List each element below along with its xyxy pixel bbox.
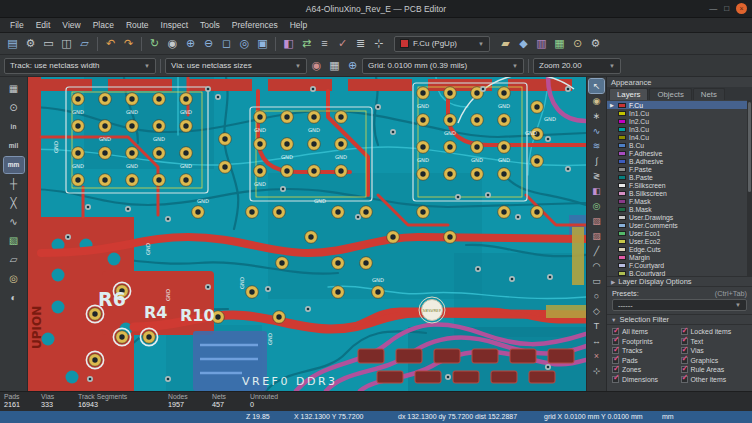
draw-rect-icon[interactable]: ▭ [589,274,604,288]
refresh-icon[interactable]: ↻ [146,35,163,52]
layer-row-margin[interactable]: Margin [607,253,752,261]
find-icon[interactable]: ◉ [164,35,181,52]
checkbox[interactable]: ✓ [681,357,688,364]
checkbox[interactable]: ✓ [681,366,688,373]
checkbox[interactable]: ✓ [681,338,688,345]
checkbox[interactable]: ✓ [612,357,619,364]
layer-color-swatch[interactable] [618,191,626,196]
filter-vias[interactable]: ✓Vias [681,347,748,355]
track-via-properties-icon[interactable]: ◉ [308,57,325,74]
layer-row-in2-cu[interactable]: In2.Cu [607,117,752,125]
presets-dropdown[interactable]: ------ ▼ [612,299,747,311]
layer-row-edge-cuts[interactable]: Edge.Cuts [607,245,752,253]
add-rule-area-icon[interactable]: ▨ [589,229,604,243]
grid-dropdown[interactable]: Grid: 0.0100 mm (0.39 mils) ▼ [362,58,524,74]
layer-color-swatch[interactable] [618,103,626,108]
selection-filter-header[interactable]: ▼ Selection Filter [607,314,752,325]
layer-row-f-paste[interactable]: F.Paste [607,165,752,173]
layer-color-swatch[interactable] [618,199,626,204]
layer-row-f-silkscreen[interactable]: F.Silkscreen [607,181,752,189]
add-footprint-icon[interactable]: ◧ [589,184,604,198]
zoom-dropdown[interactable]: Zoom 20.00 ▼ [533,58,621,74]
draw-circle-icon[interactable]: ○ [589,289,604,303]
units-mils-icon[interactable]: mil [4,138,24,154]
layer-color-swatch[interactable] [618,111,626,116]
route-diff-pair-icon[interactable]: ≋ [589,139,604,153]
ratsnest-icon[interactable]: ╳ [4,195,24,211]
checkbox[interactable]: ✓ [612,338,619,345]
3d-viewer-icon[interactable]: ◆ [515,35,532,52]
script-console-icon[interactable]: ≣ [352,35,369,52]
preferences-icon[interactable]: ⚙ [587,35,604,52]
layer-color-swatch[interactable] [618,255,626,260]
plot-icon[interactable]: ▱ [76,35,93,52]
layer-row-in4-cu[interactable]: In4.Cu [607,133,752,141]
layer-row-b-adhesive[interactable]: B.Adhesive [607,157,752,165]
draw-line-icon[interactable]: ╱ [589,244,604,258]
layer-row-in3-cu[interactable]: In3.Cu [607,125,752,133]
layer-row-f-adhesive[interactable]: F.Adhesive [607,149,752,157]
layer-color-swatch[interactable] [618,127,626,132]
pcb-canvas[interactable]: 58SVREF GNDGNDGNDGNDGNDGNDGNDGNDGNDGNDGN… [28,77,586,391]
layer-row-b-paste[interactable]: B.Paste [607,173,752,181]
layer-color-swatch[interactable] [618,207,626,212]
layer-color-swatch[interactable] [618,247,626,252]
layer-row-user-eco1[interactable]: User.Eco1 [607,229,752,237]
menu-edit[interactable]: Edit [30,19,57,31]
layer-color-swatch[interactable] [618,151,626,156]
layers-scrollbar[interactable] [747,100,752,276]
layer-row-f-courtyard[interactable]: F.Courtyard [607,261,752,269]
tune-length-icon[interactable]: ∫ [589,154,604,168]
layer-color-swatch[interactable] [618,135,626,140]
layer-manager-icon[interactable]: ▦ [551,35,568,52]
filter-other-items[interactable]: ✓Other items [681,376,748,384]
add-text-icon[interactable]: T [589,319,604,333]
layer-color-swatch[interactable] [618,167,626,172]
selection-tool-icon[interactable]: ↖ [589,79,604,93]
add-via-icon[interactable]: ◎ [589,199,604,213]
zoom-out-icon[interactable]: ⊖ [200,35,217,52]
track-width-dropdown[interactable]: Track: use netclass width ▼ [4,58,156,74]
checkbox[interactable]: ✓ [681,376,688,383]
layer-color-swatch[interactable] [618,231,626,236]
filter-text[interactable]: ✓Text [681,338,748,346]
layer-color-swatch[interactable] [618,263,626,268]
filter-graphics[interactable]: ✓Graphics [681,357,748,365]
grid-properties-icon[interactable]: ▦ [326,57,343,74]
layer-color-swatch[interactable] [618,175,626,180]
filter-dimensions[interactable]: ✓Dimensions [612,376,679,384]
checkbox[interactable]: ✓ [681,328,688,335]
layer-color-swatch[interactable] [618,159,626,164]
schematic-editor-icon[interactable]: ▰ [497,35,514,52]
pad-display-icon[interactable]: ◎ [4,271,24,287]
layer-color-swatch[interactable] [618,143,626,148]
net-inspector-icon[interactable]: ≡ [316,35,333,52]
tab-nets[interactable]: Nets [693,88,725,100]
draw-arc-icon[interactable]: ◠ [589,259,604,273]
polar-coords-icon[interactable]: ⊙ [4,100,24,116]
layer-row-f-cu[interactable]: ▶F.Cu [607,101,752,109]
zoom-selection-icon[interactable]: ▣ [254,35,271,52]
footprint-editor-icon[interactable]: ◧ [280,35,297,52]
menu-preferences[interactable]: Preferences [226,19,284,31]
filter-all-items[interactable]: ✓All items [612,328,679,336]
layer-display-options[interactable]: ▶ Layer Display Options [607,276,752,287]
menu-route[interactable]: Route [120,19,155,31]
menu-view[interactable]: View [56,19,86,31]
highlight-net-icon[interactable]: ⊙ [569,35,586,52]
checkbox[interactable]: ✓ [612,366,619,373]
layer-row-user-comments[interactable]: User.Comments [607,221,752,229]
filter-zones[interactable]: ✓Zones [612,366,679,374]
redo-icon[interactable]: ↷ [120,35,137,52]
route-track-icon[interactable]: ∿ [589,124,604,138]
footprint-lib-icon[interactable]: ▥ [533,35,550,52]
units-mm-icon[interactable]: mm [4,157,24,173]
highlight-net-tool-icon[interactable]: ◉ [589,94,604,108]
zone-outline-icon[interactable]: ▱ [4,252,24,268]
zoom-objects-icon[interactable]: ◎ [236,35,253,52]
local-ratsnest-icon[interactable]: ∗ [589,109,604,123]
measure-icon[interactable]: ⊹ [370,35,387,52]
layer-color-swatch[interactable] [618,215,626,220]
print-icon[interactable]: ◫ [58,35,75,52]
filter-tracks[interactable]: ✓Tracks [612,347,679,355]
